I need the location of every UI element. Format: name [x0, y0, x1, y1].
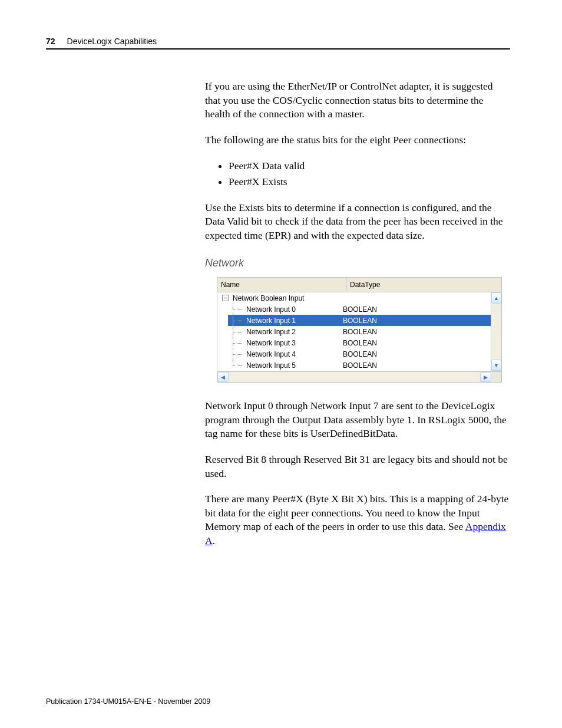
tree-item-datatype: BOOLEAN — [341, 304, 379, 315]
horizontal-scrollbar[interactable]: ◀ ▶ — [217, 371, 502, 383]
section-heading-network: Network — [205, 256, 510, 270]
tree-body: − Network Boolean Input Network Input 0 … — [217, 292, 491, 371]
paragraph-text: There are many Peer#X (Byte X Bit X) bit… — [205, 493, 508, 532]
vertical-scrollbar[interactable]: ▲ ▼ — [491, 292, 501, 371]
tree-row[interactable]: Network Input 3 BOOLEAN — [217, 337, 491, 348]
tree-item-label: Network Input 2 — [244, 327, 341, 337]
paragraph: If you are using the EtherNet/IP or Cont… — [205, 80, 510, 121]
bullet-list: Peer#X Data valid Peer#X Exists — [205, 159, 510, 189]
scroll-track[interactable] — [229, 372, 480, 382]
tree-row[interactable]: Network Input 2 BOOLEAN — [217, 326, 491, 337]
column-header-datatype[interactable]: DataType — [346, 278, 501, 292]
tree-item-label: Network Input 1 — [244, 315, 341, 326]
paragraph-text: . — [213, 535, 215, 546]
tree-item-label: Network Input 0 — [244, 304, 341, 315]
paragraph: The following are the status bits for th… — [205, 133, 510, 147]
scroll-up-icon[interactable]: ▲ — [491, 292, 501, 304]
tree-item-datatype: BOOLEAN — [341, 360, 379, 371]
tree-parent-row[interactable]: − Network Boolean Input — [217, 292, 491, 304]
scroll-left-icon[interactable]: ◀ — [217, 372, 229, 382]
tree-line-icon — [228, 348, 244, 360]
tree-row[interactable]: Network Input 1 BOOLEAN — [217, 315, 491, 326]
tree-item-datatype: BOOLEAN — [341, 338, 379, 348]
scroll-corner — [491, 372, 501, 382]
column-header-name[interactable]: Name — [217, 278, 346, 292]
tree-item-label: Network Input 5 — [244, 360, 341, 371]
page-number: 72 — [46, 37, 55, 46]
paragraph: Reserved Bit 8 through Reserved Bit 31 a… — [205, 453, 510, 480]
tree-row[interactable]: Network Input 4 BOOLEAN — [217, 348, 491, 360]
collapse-icon[interactable]: − — [222, 295, 229, 301]
tree-row[interactable]: Network Input 5 BOOLEAN — [217, 360, 491, 371]
tree-item-datatype: BOOLEAN — [341, 315, 491, 326]
tree-line-icon — [228, 315, 244, 326]
tree-item-datatype: BOOLEAN — [341, 327, 379, 337]
paragraph: There are many Peer#X (Byte X Bit X) bit… — [205, 492, 510, 548]
scroll-track[interactable] — [491, 304, 501, 360]
list-item: Peer#X Exists — [229, 175, 510, 189]
tree-row[interactable]: Network Input 0 BOOLEAN — [217, 304, 491, 315]
list-item: Peer#X Data valid — [229, 159, 510, 173]
paragraph: Use the Exists bits to determine if a co… — [205, 201, 510, 243]
scroll-right-icon[interactable]: ▶ — [480, 372, 491, 382]
tree-header: Name DataType — [217, 277, 502, 292]
page-header: 72 DeviceLogix Capabilities — [46, 37, 510, 50]
scroll-down-icon[interactable]: ▼ — [491, 360, 501, 371]
tree-item-label: Network Input 4 — [244, 349, 341, 360]
tag-tree-screenshot: Name DataType − Network Boolean Input Ne… — [217, 277, 502, 383]
paragraph: Network Input 0 through Network Input 7 … — [205, 399, 510, 441]
tree-parent-label: Network Boolean Input — [231, 293, 306, 304]
publication-footer: Publication 1734-UM015A-EN-E - November … — [46, 697, 210, 706]
main-content: If you are using the EtherNet/IP or Cont… — [205, 80, 510, 560]
tree-item-datatype: BOOLEAN — [341, 349, 379, 360]
header-title: DeviceLogix Capabilities — [67, 37, 157, 46]
tree-item-label: Network Input 3 — [244, 338, 341, 348]
tree-line-icon — [228, 360, 244, 371]
tree-line-icon — [228, 337, 244, 348]
tree-line-icon — [228, 304, 244, 315]
tree-line-icon — [228, 326, 244, 337]
